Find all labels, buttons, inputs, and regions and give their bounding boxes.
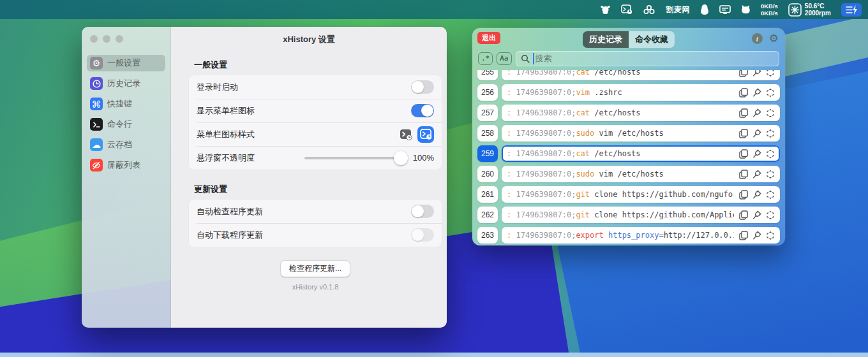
pin-icon[interactable] [752, 88, 761, 98]
history-row-actions [739, 231, 775, 240]
zoom-button[interactable] [116, 35, 123, 43]
copy-icon[interactable] [739, 170, 748, 179]
search-icon [521, 54, 530, 63]
history-row[interactable]: 260: 1749639807:0;sudo vim /etc/hosts [477, 166, 780, 182]
pin-icon[interactable] [752, 70, 761, 77]
launch-at-login-toggle[interactable] [411, 80, 434, 94]
sidebar-item-gear[interactable]: ⚙一般设置 [87, 55, 165, 71]
history-row-number: 262 [477, 207, 498, 223]
history-row[interactable]: 256: 1749639807:0;vim .zshrc [477, 84, 780, 101]
pin-icon[interactable] [752, 129, 761, 138]
expand-icon[interactable] [766, 170, 775, 179]
net-speed-down: 0KB/s [761, 10, 778, 17]
history-command-pill[interactable]: : 1749639807:0;git clone https://github.… [502, 207, 780, 223]
cow-icon[interactable] [600, 0, 611, 19]
pin-icon[interactable] [752, 190, 761, 200]
gear-icon[interactable]: ⚙ [769, 33, 779, 44]
copy-icon[interactable] [739, 210, 748, 220]
settings-main: xHistory 设置 一般设置 登录时启动 显示菜单栏图标 菜单栏图标样式 [171, 27, 447, 328]
history-command-text: : 1749639807:0;cat /etc/hosts [507, 149, 734, 158]
copy-icon[interactable] [739, 129, 748, 138]
display-icon[interactable] [719, 0, 731, 19]
expand-icon[interactable] [766, 88, 775, 98]
expand-icon[interactable] [766, 231, 775, 240]
icon-style-option-filled-selected[interactable] [417, 126, 434, 143]
show-menubar-icon-toggle[interactable] [411, 104, 434, 117]
search-input[interactable]: 搜索 [516, 51, 780, 66]
history-command-pill[interactable]: : 1749639807:0;sudo vim /etc/hosts [502, 166, 780, 182]
history-command-pill[interactable]: : 1749639807:0;cat /etc/hosts [502, 145, 780, 162]
expand-icon[interactable] [766, 210, 775, 220]
history-row[interactable]: 261: 1749639807:0;git clone https://gith… [477, 186, 780, 203]
copy-icon[interactable] [739, 88, 748, 98]
history-command-pill[interactable]: : 1749639807:0;cat /etc/hosts [502, 70, 780, 80]
setting-row-show-menubar-icon: 显示菜单栏图标 [189, 99, 442, 122]
pin-icon[interactable] [752, 210, 761, 220]
expand-icon[interactable] [766, 129, 775, 138]
history-row-actions [739, 190, 775, 200]
auto-check-update-toggle[interactable] [411, 205, 434, 218]
history-row-number: 256 [477, 84, 498, 101]
copy-icon[interactable] [739, 231, 748, 240]
case-toggle-button[interactable]: Aa [497, 52, 511, 64]
history-header: 退出 历史记录 命令收藏 i ⚙ [472, 32, 785, 47]
auto-download-update-toggle[interactable] [411, 228, 434, 242]
battery-menu-button[interactable] [841, 3, 862, 17]
info-icon[interactable]: i [752, 33, 763, 44]
history-row-number: 255 [477, 70, 498, 80]
history-row[interactable]: 255: 1749639807:0;cat /etc/hosts [477, 70, 780, 80]
history-row[interactable]: 258: 1749639807:0;sudo vim /etc/hosts [477, 125, 780, 142]
setting-row-auto-download-update: 自动下载程序更新 [189, 223, 442, 247]
history-command-pill[interactable]: : 1749639807:0;vim .zshrc [502, 84, 780, 101]
pin-icon[interactable] [752, 108, 761, 118]
history-row-actions [739, 170, 775, 179]
sidebar-item-command[interactable]: ⌘快捷键 [87, 96, 165, 112]
net-label[interactable]: 割麦网 [666, 4, 690, 15]
pin-icon[interactable] [752, 170, 761, 179]
history-command-pill[interactable]: : 1749639807:0;export https_proxy=http:/… [502, 227, 780, 244]
penguin-icon[interactable] [700, 0, 709, 19]
sidebar-item-clock[interactable]: 历史记录 [87, 75, 165, 92]
terminal-clock-icon[interactable] [621, 0, 632, 19]
sidebar-item-eye-slash[interactable]: 屏蔽列表 [87, 157, 165, 173]
sidebar-item-terminal[interactable]: 命令行 [87, 116, 165, 133]
sidebar-item-cloud[interactable]: ☁云存档 [87, 136, 165, 153]
update-settings-card: 自动检查程序更新 自动下载程序更新 [189, 200, 442, 247]
tab-favorites[interactable]: 命令收藏 [629, 31, 675, 48]
check-update-button[interactable]: 检查程序更新... [281, 261, 350, 277]
pin-icon[interactable] [752, 149, 761, 159]
history-row[interactable]: 263: 1749639807:0;export https_proxy=htt… [477, 227, 780, 244]
eye-slash-icon [90, 159, 103, 171]
tab-history[interactable]: 历史记录 [583, 31, 629, 48]
expand-icon[interactable] [766, 190, 775, 200]
cat-icon[interactable] [741, 0, 751, 19]
copy-icon[interactable] [739, 70, 748, 77]
close-button[interactable] [90, 35, 98, 43]
regex-toggle-button[interactable]: .* [478, 52, 493, 64]
wallpaper-footer-strip [0, 353, 868, 357]
net-speed-indicator[interactable]: 0KB/s 0KB/s [761, 3, 778, 17]
history-command-pill[interactable]: : 1749639807:0;cat /etc/hosts [502, 105, 780, 121]
history-row[interactable]: 262: 1749639807:0;git clone https://gith… [477, 207, 780, 223]
expand-icon[interactable] [766, 70, 775, 77]
history-row[interactable]: 257: 1749639807:0;cat /etc/hosts [477, 105, 780, 121]
fan-status-indicator[interactable]: 50.6°C 2000rpm [788, 0, 831, 19]
fan-temperature: 50.6°C [805, 3, 825, 10]
float-opacity-slider[interactable] [304, 157, 407, 159]
quit-button[interactable]: 退出 [477, 32, 500, 44]
pin-icon[interactable] [752, 231, 761, 240]
copy-icon[interactable] [739, 190, 748, 200]
cluster-icon[interactable] [643, 0, 655, 19]
minimize-button[interactable] [103, 35, 110, 43]
icon-style-option-plain[interactable] [400, 128, 412, 141]
fan-icon [788, 0, 802, 19]
history-row[interactable]: 259: 1749639807:0;cat /etc/hosts [477, 145, 780, 162]
copy-icon[interactable] [739, 149, 748, 159]
slider-knob[interactable] [394, 151, 408, 165]
expand-icon[interactable] [766, 149, 775, 159]
setting-row-menubar-icon-style: 菜单栏图标样式 [189, 122, 442, 146]
history-command-pill[interactable]: : 1749639807:0;sudo vim /etc/hosts [502, 125, 780, 142]
expand-icon[interactable] [766, 108, 775, 118]
history-command-pill[interactable]: : 1749639807:0;git clone https://github.… [502, 186, 780, 203]
copy-icon[interactable] [739, 108, 748, 118]
